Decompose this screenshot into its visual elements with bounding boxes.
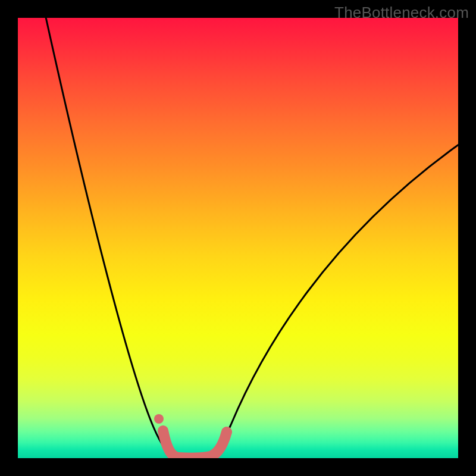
chart-svg	[18, 18, 458, 458]
bottleneck-curve-line	[45, 18, 458, 457]
trough-marker-line	[163, 431, 227, 458]
marker-dot	[154, 414, 164, 424]
chart-plot-area	[18, 18, 458, 458]
